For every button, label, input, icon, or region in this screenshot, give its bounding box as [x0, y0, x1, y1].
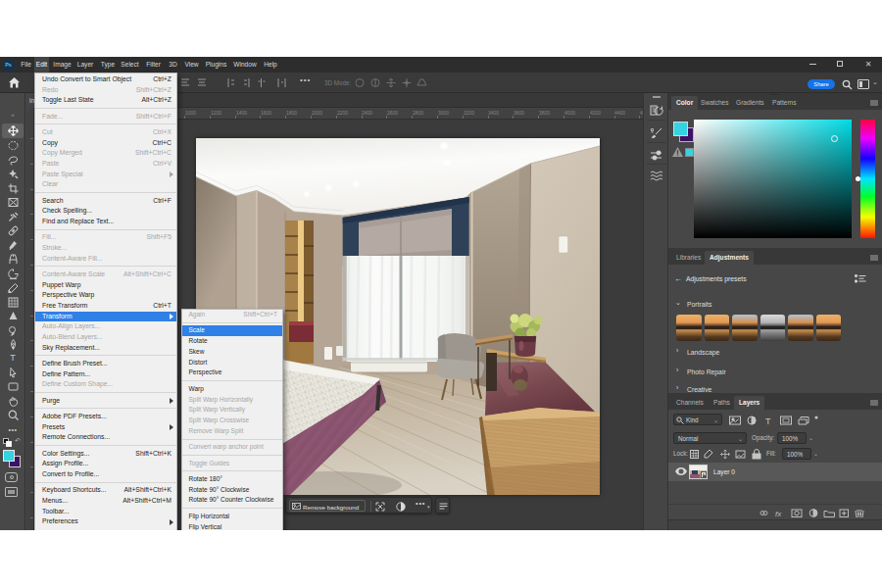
svg-text:fx: fx — [775, 510, 782, 518]
svg-text:T: T — [765, 416, 771, 426]
